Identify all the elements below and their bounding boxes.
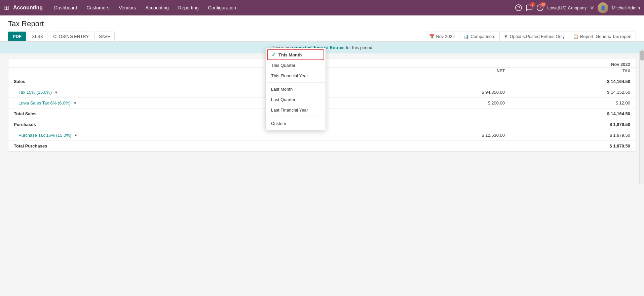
dropdown-item-this-quarter[interactable]: This Quarter [266, 60, 326, 71]
dropdown-item-label: Last Financial Year [271, 108, 308, 113]
period-dropdown: ✓ This Month This Quarter This Financial… [265, 48, 326, 130]
dropdown-item-this-month[interactable]: ✓ This Month [267, 49, 324, 60]
check-icon: ✓ [272, 52, 276, 57]
dropdown-divider-2 [266, 117, 326, 117]
dropdown-item-last-quarter[interactable]: Last Quarter [266, 94, 326, 105]
dropdown-item-label: Last Month [271, 87, 293, 92]
dropdown-item-label: Custom [271, 121, 286, 126]
dropdown-item-label: This Quarter [271, 63, 295, 68]
dropdown-divider-1 [266, 82, 326, 83]
dropdown-item-last-month[interactable]: Last Month [266, 84, 326, 94]
dropdown-item-label: This Month [278, 52, 302, 57]
dropdown-item-this-financial-year[interactable]: This Financial Year [266, 71, 326, 81]
dropdown-item-custom[interactable]: Custom [266, 118, 326, 129]
dropdown-item-label: This Financial Year [271, 73, 308, 78]
dropdown-item-label: Last Quarter [271, 97, 295, 102]
dropdown-overlay[interactable]: ✓ This Month This Quarter This Financial… [0, 0, 644, 282]
dropdown-item-last-financial-year[interactable]: Last Financial Year [266, 105, 326, 115]
